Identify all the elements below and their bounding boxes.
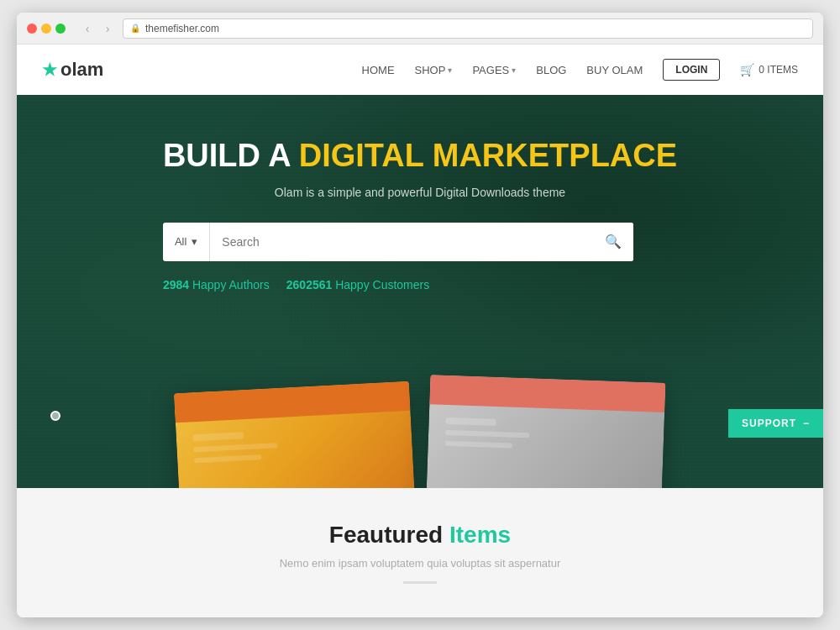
logo-star-icon: ★ — [42, 60, 57, 80]
authors-label: Happy Authors — [192, 278, 270, 291]
cart-count: 0 ITEMS — [759, 64, 798, 76]
site-navigation: ★ olam HOME SHOP ▾ PAGES ▾ BLOG BUY OLAM… — [17, 45, 823, 95]
support-close-icon: − — [803, 417, 810, 429]
slideshow-dot[interactable] — [50, 411, 60, 421]
website-content: ★ olam HOME SHOP ▾ PAGES ▾ BLOG BUY OLAM… — [17, 45, 823, 617]
search-input[interactable] — [210, 223, 593, 261]
featured-divider — [403, 581, 437, 584]
hero-title-part1: BUILD A — [163, 138, 299, 173]
nav-buy-olam[interactable]: BUY OLAM — [586, 64, 643, 76]
maximize-traffic-light[interactable] — [55, 24, 66, 34]
category-chevron-icon: ▾ — [192, 235, 197, 248]
hero-title: BUILD A DIGITAL MARKETPLACE — [163, 137, 677, 176]
svg-rect-5 — [445, 441, 512, 449]
support-label: SUPPORT — [742, 417, 796, 429]
svg-rect-4 — [445, 430, 529, 438]
search-bar: All ▾ 🔍 — [163, 223, 633, 261]
cart-button[interactable]: 🛒 0 ITEMS — [740, 63, 798, 76]
nav-home[interactable]: HOME — [362, 64, 395, 76]
login-button[interactable]: LOGIN — [663, 59, 720, 81]
close-traffic-light[interactable] — [27, 24, 37, 34]
pages-chevron-icon: ▾ — [512, 66, 516, 75]
hero-title-highlight: DIGITAL MARKETPLACE — [299, 138, 677, 173]
featured-title: Feautured Items — [42, 522, 798, 549]
hero-section: BUILD A DIGITAL MARKETPLACE Olam is a si… — [17, 95, 823, 488]
search-button[interactable]: 🔍 — [593, 223, 633, 261]
preview-card-1 — [174, 381, 416, 488]
featured-subtitle: Nemo enim ipsam voluptatem quia voluptas… — [42, 557, 798, 570]
nav-blog[interactable]: BLOG — [536, 64, 566, 76]
featured-title-part1: Feautured — [329, 522, 449, 548]
hero-preview-images — [176, 370, 664, 488]
svg-rect-2 — [194, 454, 261, 463]
site-logo[interactable]: ★ olam — [42, 59, 103, 81]
logo-text: olam — [60, 59, 103, 81]
address-bar[interactable]: 🔒 themefisher.com — [123, 18, 813, 39]
hero-subtitle: Olam is a simple and powerful Digital Do… — [163, 186, 677, 199]
featured-section: Feautured Items Nemo enim ipsam voluptat… — [17, 488, 823, 617]
nav-links-list: HOME SHOP ▾ PAGES ▾ BLOG BUY OLAM LOGIN … — [362, 59, 798, 81]
featured-title-accent: Items — [449, 522, 511, 548]
lock-icon: 🔒 — [130, 24, 140, 33]
category-label: All — [175, 235, 186, 248]
svg-rect-0 — [193, 432, 244, 441]
hero-stats: 2984 Happy Authors 2602561 Happy Custome… — [163, 278, 677, 291]
forward-button[interactable]: › — [99, 20, 116, 37]
browser-window: ‹ › 🔒 themefisher.com ★ olam HOME SHOP ▾… — [17, 13, 823, 617]
search-icon: 🔍 — [605, 234, 622, 249]
authors-stat: 2984 Happy Authors — [163, 278, 270, 291]
url-text: themefisher.com — [145, 23, 219, 34]
traffic-lights — [27, 24, 66, 34]
customers-label: Happy Customers — [335, 278, 429, 291]
svg-rect-3 — [445, 417, 496, 426]
hero-content: BUILD A DIGITAL MARKETPLACE Olam is a si… — [163, 137, 677, 291]
preview-card-2 — [426, 375, 665, 488]
nav-pages[interactable]: PAGES ▾ — [472, 64, 516, 76]
svg-rect-1 — [193, 443, 277, 452]
card-decoration-1 — [174, 381, 416, 488]
card-inner-2 — [426, 375, 665, 488]
card-decoration-2 — [426, 375, 665, 488]
authors-count: 2984 — [163, 278, 189, 291]
browser-toolbar: ‹ › 🔒 themefisher.com — [17, 13, 823, 45]
search-category-dropdown[interactable]: All ▾ — [163, 223, 210, 261]
customers-count: 2602561 — [286, 278, 333, 291]
minimize-traffic-light[interactable] — [41, 24, 51, 34]
cart-icon: 🛒 — [740, 63, 754, 76]
back-button[interactable]: ‹ — [79, 20, 96, 37]
shop-chevron-icon: ▾ — [448, 66, 452, 75]
support-button[interactable]: SUPPORT − — [728, 409, 823, 438]
customers-stat: 2602561 Happy Customers — [286, 278, 429, 291]
browser-nav-buttons: ‹ › — [79, 20, 116, 37]
card-inner-1 — [174, 381, 416, 488]
nav-shop[interactable]: SHOP ▾ — [415, 64, 453, 76]
